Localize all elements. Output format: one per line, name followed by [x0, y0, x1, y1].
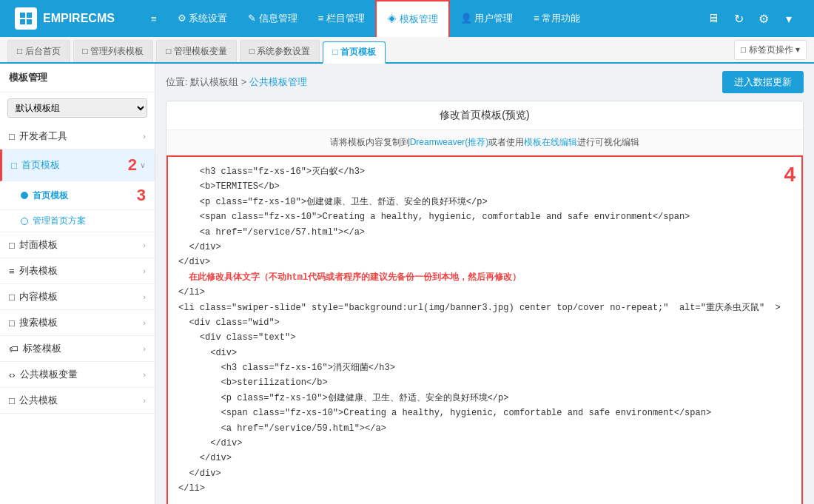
sidebar-subitem-homepage[interactable]: 首页模板 3: [0, 181, 155, 210]
sidebar-item-public-vars[interactable]: ‹› 公共模板变量 ›: [0, 362, 155, 388]
code-line-10: <div class="wid">: [178, 315, 791, 330]
code-line-3: <p class="fz-xs-10">创建健康、卫生、舒适、安全的良好环境</…: [178, 195, 791, 209]
nav-template[interactable]: ◈ 模板管理: [375, 0, 450, 37]
code-wrapper: <h3 class="fz-xs-16">灭白蚁</h3> <b>TERMITE…: [166, 155, 803, 504]
nav-system[interactable]: ⚙ ⚙ 系统设置系统设置: [167, 0, 238, 37]
tab-sys-params[interactable]: □ 系统参数设置: [240, 40, 320, 62]
homepage-template-arrow: ∨: [140, 161, 146, 170]
code-line-18: </div>: [178, 436, 791, 451]
tab-bar: □ 后台首页 □ 管理列表模板 □ 管理模板变量 □ 系统参数设置 □ 首页模板…: [0, 37, 814, 64]
sidebar-item-search[interactable]: □ 搜索模板 ›: [0, 310, 155, 336]
breadcrumb: 位置: 默认模板组 > 公共模板管理: [166, 75, 307, 89]
nav-column[interactable]: ≡ 栏目管理: [308, 0, 375, 37]
layout: 模板管理 默认模板组 □ 开发者工具 › □ 首页模板 2 ∨: [0, 64, 814, 504]
tab-homepage[interactable]: □ 首页模板: [323, 41, 386, 64]
editor-panel: 修改首页模板(预览) 请将模板内容复制到Dreamweaver(推荐)或者使用模…: [166, 101, 804, 504]
settings-icon[interactable]: ⚙: [753, 8, 774, 29]
sidebar-header: 模板管理: [0, 64, 155, 93]
code-line-15: <p class="fz-xs-10">创建健康、卫生、舒适、安全的良好环境</…: [178, 391, 791, 406]
code-line-21: </li>: [178, 481, 791, 496]
sidebar-item-public-template[interactable]: □ 公共模板 ›: [0, 388, 155, 414]
nav-info[interactable]: ✎ 信息管理: [238, 0, 308, 37]
list-label: 列表模板: [19, 264, 58, 278]
code-editor[interactable]: <h3 class="fz-xs-16">灭白蚁</h3> <b>TERMITE…: [166, 155, 803, 504]
code-line-8: </li>: [178, 285, 791, 300]
breadcrumb-row: 位置: 默认模板组 > 公共模板管理 进入数据更新: [166, 71, 804, 93]
svg-rect-0: [20, 13, 25, 18]
content-label: 内容模板: [19, 290, 58, 303]
devtools-label: 开发者工具: [19, 130, 67, 143]
tab-actions[interactable]: □ 标签页操作 ▾: [734, 40, 807, 60]
tab-list-template[interactable]: □ 管理列表模板: [73, 40, 154, 62]
online-editor-link[interactable]: 模板在线编辑: [524, 137, 577, 147]
code-line-17: <a href="/service/59.html"></a>: [178, 421, 791, 436]
tab-template-vars[interactable]: □ 管理模板变量: [156, 40, 237, 62]
public-vars-icon: ‹›: [9, 369, 16, 380]
search-icon: □: [9, 317, 15, 329]
main-content: 位置: 默认模板组 > 公共模板管理 进入数据更新 修改首页模板(预览) 请将模…: [155, 64, 814, 504]
code-line-20: </div>: [178, 466, 791, 481]
homepage-template-label: 首页模板: [21, 158, 60, 172]
nav-items: ≡ ⚙ ⚙ 系统设置系统设置 ✎ 信息管理 ≡ 栏目管理 ◈ 模板管理 👤 用户…: [141, 0, 703, 37]
code-line-2: <b>TERMITES</b>: [178, 179, 791, 194]
content-icon: □: [9, 292, 15, 303]
code-line-14: <b>sterilization</b>: [178, 375, 791, 390]
annotation-4: 4: [784, 163, 796, 187]
homepage-subitem-label: 首页模板: [33, 189, 68, 202]
code-line-4: <span class="fz-xs-10">Creating a health…: [178, 209, 791, 224]
sidebar-item-tag[interactable]: 🏷 标签模板 ›: [0, 336, 155, 362]
logo-text: EMPIRECMS: [43, 12, 115, 25]
cover-label: 封面模板: [19, 238, 58, 252]
user-icon[interactable]: ▾: [778, 8, 799, 29]
monitor-icon[interactable]: 🖥: [703, 8, 724, 29]
circle-empty-icon: [21, 218, 28, 225]
sidebar: 模板管理 默认模板组 □ 开发者工具 › □ 首页模板 2 ∨: [0, 64, 155, 504]
breadcrumb-link[interactable]: 公共模板管理: [249, 76, 307, 87]
logo-icon: [15, 7, 37, 30]
code-line-19: </div>: [178, 451, 791, 466]
nav-user[interactable]: 👤 用户管理: [450, 0, 524, 37]
code-line-5: <a href="/service/57.html"></a>: [178, 225, 791, 240]
svg-rect-3: [27, 19, 32, 24]
annotation-2: 2: [128, 155, 137, 175]
logo: EMPIRECMS: [7, 7, 141, 30]
list-icon: ≡: [9, 266, 15, 277]
refresh-icon[interactable]: ↻: [728, 8, 749, 29]
svg-rect-2: [20, 19, 25, 24]
update-button[interactable]: 进入数据更新: [722, 71, 804, 93]
template-group-select[interactable]: 默认模板组: [7, 98, 147, 118]
code-line-16: <span class="fz-xs-10">Creating a health…: [178, 406, 791, 420]
manage-homepage-label: 管理首页方案: [33, 215, 86, 227]
code-line-12: <div>: [178, 346, 791, 360]
public-template-arrow: ›: [143, 396, 146, 405]
public-vars-arrow: ›: [143, 370, 146, 379]
top-nav: EMPIRECMS ≡ ⚙ ⚙ 系统设置系统设置 ✎ 信息管理 ≡ 栏目管理 ◈…: [0, 0, 814, 37]
content-arrow: ›: [143, 292, 146, 301]
text-class: text: [263, 332, 285, 343]
search-arrow: ›: [143, 318, 146, 327]
svg-rect-1: [27, 13, 32, 18]
nav-menu[interactable]: ≡: [141, 0, 167, 37]
code-line-11: <div class="text">: [178, 330, 791, 345]
search-template-label: 搜索模板: [19, 316, 58, 329]
sidebar-subitem-manage-homepage[interactable]: 管理首页方案: [0, 210, 155, 232]
dreamweaver-link[interactable]: Dreamweaver(推荐): [410, 137, 489, 147]
editor-title: 修改首页模板(预览): [166, 101, 803, 130]
tabs-left: □ 后台首页 □ 管理列表模板 □ 管理模板变量 □ 系统参数设置 □ 首页模板: [7, 37, 386, 62]
annotation-3: 3: [137, 186, 146, 205]
code-line-1: <h3 class="fz-xs-16">灭白蚁</h3>: [178, 164, 791, 179]
sidebar-item-cover[interactable]: □ 封面模板 ›: [0, 232, 155, 258]
code-line-7: </div>: [178, 255, 791, 269]
circle-filled-icon: [21, 192, 28, 199]
tag-label: 标签模板: [23, 342, 61, 355]
sidebar-item-list[interactable]: ≡ 列表模板 ›: [0, 258, 155, 284]
nav-common[interactable]: ≡ 常用功能: [523, 0, 591, 37]
public-template-icon: □: [9, 395, 15, 406]
sidebar-item-content[interactable]: □ 内容模板 ›: [0, 284, 155, 310]
tag-icon: 🏷: [9, 343, 18, 355]
sidebar-item-devtools[interactable]: □ 开发者工具 ›: [0, 124, 155, 149]
tag-arrow: ›: [143, 344, 146, 353]
tab-home[interactable]: □ 后台首页: [7, 40, 70, 62]
sidebar-item-homepage-template[interactable]: □ 首页模板 2 ∨: [0, 149, 155, 181]
editor-notice: 请将模板内容复制到Dreamweaver(推荐)或者使用模板在线编辑进行可视化编…: [166, 130, 803, 155]
